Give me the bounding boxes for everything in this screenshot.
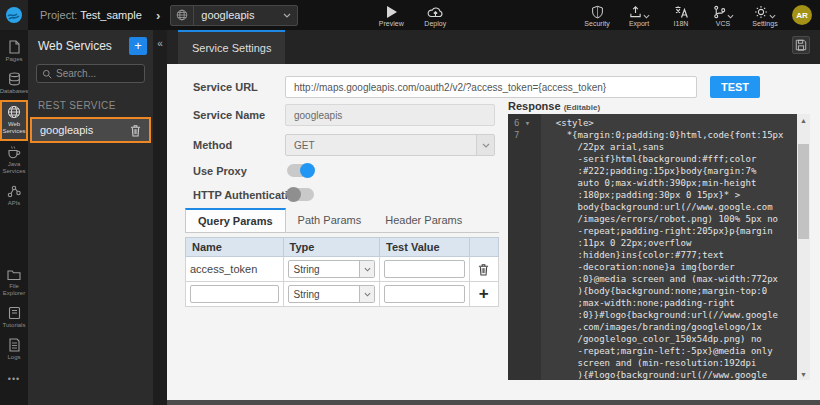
security-label: Security (584, 20, 609, 27)
top-bar: Project: Test_sample › googleapis Previe… (0, 0, 820, 30)
service-url-input[interactable] (285, 76, 697, 98)
method-value: GET (286, 140, 476, 151)
service-selector-value: googleapis (194, 9, 283, 21)
app-logo[interactable] (0, 0, 28, 30)
chevron-down-icon (643, 14, 650, 19)
trash-icon[interactable] (130, 124, 141, 137)
tab-query-params[interactable]: Query Params (185, 208, 286, 232)
use-proxy-label: Use Proxy (193, 165, 247, 177)
http-auth-toggle[interactable] (287, 188, 314, 201)
window-bottom-edge (167, 400, 820, 405)
vcs-label: VCS (716, 20, 730, 27)
response-editable-note: (Editable) (564, 103, 600, 112)
chevron-down-icon (476, 135, 494, 155)
service-selector-dropdown[interactable]: googleapis (170, 5, 298, 26)
col-name: Name (186, 238, 284, 257)
api-nodes-icon (7, 184, 21, 198)
editor-line-numbers[interactable]: 6 ▾ 7 (508, 114, 541, 380)
chevron-down-icon (359, 286, 374, 302)
i18n-label: I18N (674, 20, 689, 27)
preview-button[interactable]: Preview (376, 4, 406, 27)
collapse-panel-button[interactable]: « (153, 38, 167, 49)
test-button[interactable]: TEST (710, 76, 760, 98)
service-settings-content: Service URL TEST Service Name Method GET… (167, 64, 820, 405)
query-params-table: Name Type Test Value access_token String (185, 237, 499, 307)
table-header-row: Name Type Test Value (186, 238, 499, 257)
app-window: Project: Test_sample › googleapis Previe… (0, 0, 820, 405)
tab-service-settings[interactable]: Service Settings (178, 30, 285, 64)
rail-item-logs[interactable]: Logs (0, 334, 28, 366)
use-proxy-toggle[interactable] (287, 164, 314, 177)
project-name: Test_sample (80, 9, 142, 21)
service-url-label: Service URL (193, 81, 258, 93)
delete-param-button[interactable] (474, 263, 495, 276)
service-search-box[interactable] (36, 64, 145, 83)
chevron-right-icon: › (156, 8, 160, 23)
add-service-button[interactable]: + (129, 37, 147, 55)
service-name-input[interactable] (285, 104, 495, 126)
chevron-down-icon (769, 14, 776, 19)
editor-code[interactable]: <style> *{margin:0;padding:0}html,code{f… (541, 114, 797, 380)
response-editor[interactable]: 6 ▾ 7 <style> *{margin:0;padding:0}html,… (508, 114, 810, 380)
save-floppy-icon (795, 39, 807, 51)
translate-icon (674, 4, 688, 19)
main-area: Service Settings Service URL TEST Servic… (167, 30, 820, 405)
new-param-name-input[interactable] (190, 285, 279, 303)
vcs-button[interactable]: VCS (708, 4, 738, 27)
rail-more-button[interactable]: ••• (8, 374, 20, 384)
scrollbar-thumb[interactable] (798, 144, 809, 239)
panel-splitter[interactable]: « (153, 30, 167, 405)
method-label: Method (193, 139, 232, 151)
web-services-panel: Web Services + REST SERVICE googleapis (28, 30, 153, 405)
deploy-button[interactable]: Deploy (420, 4, 450, 27)
tutorial-icon (8, 306, 21, 320)
col-test-value: Test Value (380, 238, 469, 257)
new-param-test-value-input[interactable] (384, 285, 464, 303)
new-param-type-select[interactable]: String (288, 285, 376, 303)
param-name-cell: access_token (186, 257, 284, 282)
editor-tab-bar: Service Settings (167, 30, 820, 64)
chevron-down-icon (359, 261, 374, 277)
settings-button[interactable]: Settings (750, 4, 780, 27)
method-select[interactable]: GET (285, 134, 495, 156)
deploy-label: Deploy (424, 20, 446, 27)
rail-item-java-services[interactable]: Java Services (0, 141, 28, 180)
globe-icon (171, 6, 194, 25)
rest-service-section-label: REST SERVICE (38, 100, 153, 111)
rail-item-file-explorer[interactable]: File Explorer (0, 264, 28, 302)
export-button[interactable]: Export (624, 4, 654, 27)
rail-item-tutorials[interactable]: Tutorials (0, 302, 28, 334)
chevron-down-icon (283, 13, 297, 18)
branch-icon (713, 5, 726, 19)
trash-icon (478, 263, 489, 276)
table-row: access_token String (186, 257, 499, 282)
add-param-button[interactable]: + (474, 284, 495, 304)
user-avatar[interactable]: AR (792, 5, 812, 25)
tab-path-params[interactable]: Path Params (286, 208, 374, 232)
security-button[interactable]: Security (582, 4, 612, 27)
folder-icon (7, 268, 21, 281)
globe-icon (7, 105, 21, 119)
service-list-item-googleapis[interactable]: googleapis (30, 117, 151, 143)
project-breadcrumb: Project: Test_sample (40, 9, 142, 21)
left-navigation-rail: Pages Databases Web Services (0, 30, 28, 405)
param-type-select[interactable]: String (288, 260, 376, 278)
scroll-up-arrow[interactable]: ▲ (797, 114, 810, 126)
col-actions (469, 238, 499, 257)
i18n-button[interactable]: I18N (666, 4, 696, 27)
tab-header-params[interactable]: Header Params (373, 208, 474, 232)
search-icon (42, 69, 52, 79)
col-type: Type (283, 238, 380, 257)
rail-item-databases[interactable]: Databases (0, 68, 28, 100)
table-new-row: String + (186, 282, 499, 307)
rail-item-pages[interactable]: Pages (0, 36, 28, 68)
search-input[interactable] (56, 68, 141, 79)
editor-scrollbar[interactable]: ▲ ▼ (797, 114, 810, 380)
rail-item-apis[interactable]: APIs (0, 180, 28, 212)
rail-item-web-services[interactable]: Web Services (0, 100, 28, 141)
save-button[interactable] (792, 36, 810, 54)
param-test-value-input[interactable] (384, 260, 464, 278)
play-icon (385, 4, 398, 19)
preview-label: Preview (379, 20, 404, 27)
scroll-down-arrow[interactable]: ▼ (797, 368, 810, 380)
